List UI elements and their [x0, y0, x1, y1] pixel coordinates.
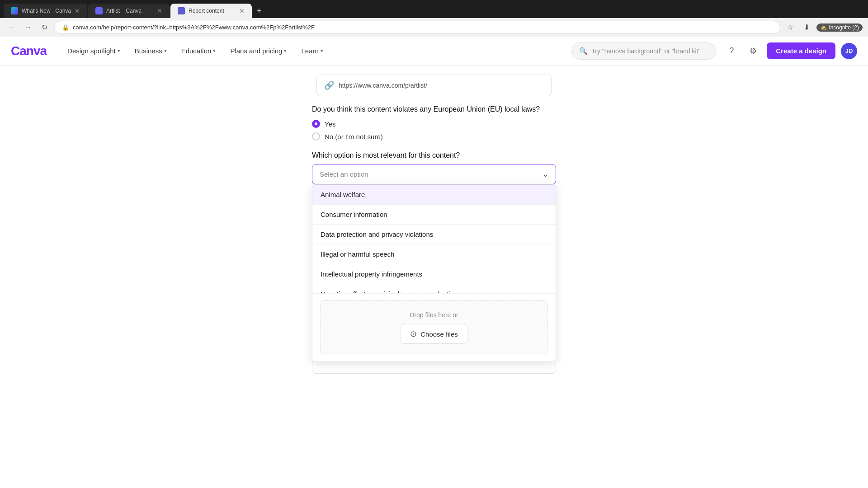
radio-no-label[interactable]: No (or I'm not sure): [312, 132, 556, 141]
tab-artlist[interactable]: Artlist – Canva ✕: [88, 4, 170, 18]
reload-button[interactable]: ↻: [38, 21, 51, 34]
dropdown-option-1-text: Consumer information: [321, 211, 387, 218]
file-upload-area: Drop files here or ⊙ Choose files: [321, 300, 547, 355]
incognito-label: Incognito (2): [829, 24, 859, 31]
tab-favicon-1: [11, 7, 18, 14]
nav-business-chevron: ▾: [164, 48, 167, 54]
tab-whats-new[interactable]: What's New - Canva ✕: [4, 4, 87, 18]
nav-design-spotlight-chevron: ▾: [118, 48, 120, 54]
tab-title-1: What's New - Canva: [22, 8, 71, 14]
url-bar[interactable]: 🔒 canva.com/help/report-content/?link=ht…: [54, 21, 780, 34]
create-design-button[interactable]: Create a design: [767, 42, 835, 59]
browser-actions: ☆ ⬇ 🕵 Incognito (2): [784, 21, 863, 34]
tab-favicon-2: [95, 7, 103, 14]
dropdown-option-3-text: Illegal or harmful speech: [321, 250, 394, 258]
nav-business[interactable]: Business ▾: [128, 43, 173, 58]
search-placeholder-text: Try "remove background" or "brand kit": [591, 47, 700, 55]
nav-learn-label: Learn: [301, 47, 318, 55]
url-banner: 🔗 https://www.canva.com/p/artlist/: [316, 75, 552, 96]
search-box[interactable]: 🔍 Try "remove background" or "brand kit": [571, 42, 716, 60]
tab-title-3: Report content: [189, 8, 224, 14]
dropdown-option-2-text: Data protection and privacy violations: [321, 230, 433, 238]
choose-files-label: Choose files: [420, 330, 458, 338]
tab-favicon-3: [178, 7, 185, 14]
eu-question-section: Do you think this content violates any E…: [312, 105, 556, 141]
dropdown-option-0[interactable]: Animal welfare: [312, 185, 556, 205]
tab-close-1[interactable]: ✕: [75, 7, 80, 14]
dropdown-option-4[interactable]: Intellectual property infringements: [312, 264, 556, 284]
nav-learn[interactable]: Learn ▾: [295, 43, 329, 58]
bookmark-button[interactable]: ☆: [784, 21, 797, 34]
nav-right: ? ⚙ Create a design JD: [723, 42, 857, 59]
nav-education[interactable]: Education ▾: [175, 43, 222, 58]
tab-report[interactable]: Report content ✕: [170, 4, 252, 18]
nav-learn-chevron: ▾: [321, 48, 323, 54]
nav-items: Design spotlight ▾ Business ▾ Education …: [61, 43, 564, 58]
dropdown-placeholder: Select an option: [320, 170, 368, 178]
tab-bar: What's New - Canva ✕ Artlist – Canva ✕ R…: [0, 0, 868, 18]
canva-logo[interactable]: Canva: [11, 44, 47, 58]
dropdown-option-1[interactable]: Consumer information: [312, 205, 556, 225]
search-icon: 🔍: [579, 47, 588, 55]
nav-design-spotlight-label: Design spotlight: [67, 47, 116, 55]
url-banner-text: https://www.canva.com/p/artlist/: [339, 82, 427, 89]
nav-design-spotlight[interactable]: Design spotlight ▾: [61, 43, 127, 58]
nav-search[interactable]: 🔍 Try "remove background" or "brand kit": [571, 42, 716, 60]
dropdown-option-2[interactable]: Data protection and privacy violations: [312, 225, 556, 244]
dropdown-option-3[interactable]: Illegal or harmful speech: [312, 244, 556, 264]
page-container: 🔗 https://www.canva.com/p/artlist/ Do yo…: [312, 66, 556, 383]
tab-title-2: Artlist – Canva: [106, 8, 142, 14]
canva-navbar: Canva Design spotlight ▾ Business ▾ Educ…: [0, 37, 868, 66]
dropdown-chevron-icon: ⌄: [542, 170, 548, 178]
radio-yes-button[interactable]: [312, 120, 320, 128]
incognito-badge: 🕵 Incognito (2): [816, 23, 863, 32]
tab-close-2[interactable]: ✕: [157, 7, 162, 14]
nav-plans-pricing-label: Plans and pricing: [230, 47, 282, 55]
file-upload-inner: Drop files here or ⊙ Choose files: [312, 293, 556, 361]
choose-files-button[interactable]: ⊙ Choose files: [401, 324, 467, 344]
dropdown-option-4-text: Intellectual property infringements: [321, 270, 422, 278]
main-content: 🔗 https://www.canva.com/p/artlist/ Do yo…: [0, 66, 868, 488]
nav-education-label: Education: [181, 47, 212, 55]
dropdown-option-5[interactable]: Negative effects on civic discourse or e…: [312, 284, 556, 293]
download-button[interactable]: ⬇: [800, 21, 813, 34]
dropdown-option-5-text: Negative effects on civic discourse or e…: [321, 290, 461, 293]
radio-no-button[interactable]: [312, 132, 320, 141]
upload-icon: ⊙: [410, 329, 417, 339]
dropdown-select[interactable]: Select an option ⌄: [312, 164, 556, 184]
eu-question-text: Do you think this content violates any E…: [312, 105, 556, 113]
help-button[interactable]: ?: [723, 43, 740, 59]
file-upload-hint-text: Drop files here or: [332, 311, 536, 319]
forward-button[interactable]: →: [22, 21, 34, 34]
radio-yes-text: Yes: [325, 120, 335, 128]
link-icon: 🔗: [324, 80, 334, 90]
settings-button[interactable]: ⚙: [745, 43, 761, 59]
radio-group-eu: Yes No (or I'm not sure): [312, 120, 556, 141]
browser-controls: ← → ↻ 🔒 canva.com/help/report-content/?l…: [0, 18, 868, 37]
lock-icon: 🔒: [62, 24, 69, 31]
browser-chrome: What's New - Canva ✕ Artlist – Canva ✕ R…: [0, 0, 868, 37]
radio-no-text: No (or I'm not sure): [325, 133, 383, 141]
option-dropdown-section: Which option is most relevant for this c…: [312, 151, 556, 184]
dropdown-options-wrapper[interactable]: Animal welfare Consumer information Data…: [312, 185, 556, 293]
back-button[interactable]: ←: [5, 21, 18, 34]
tab-close-3[interactable]: ✕: [239, 7, 245, 14]
avatar[interactable]: JD: [841, 43, 857, 59]
nav-business-label: Business: [135, 47, 162, 55]
new-tab-button[interactable]: +: [253, 5, 265, 17]
dropdown-option-0-text: Animal welfare: [321, 191, 365, 198]
incognito-icon: 🕵: [820, 24, 827, 31]
nav-plans-pricing[interactable]: Plans and pricing ▾: [224, 43, 293, 58]
dropdown-question-text: Which option is most relevant for this c…: [312, 151, 556, 160]
nav-plans-pricing-chevron: ▾: [284, 48, 287, 54]
nav-education-chevron: ▾: [213, 48, 216, 54]
dropdown-options-list: Animal welfare Consumer information Data…: [312, 184, 556, 362]
radio-yes-label[interactable]: Yes: [312, 120, 556, 128]
url-text: canva.com/help/report-content/?link=http…: [73, 24, 315, 31]
canva-logo-text: Canva: [11, 44, 47, 58]
